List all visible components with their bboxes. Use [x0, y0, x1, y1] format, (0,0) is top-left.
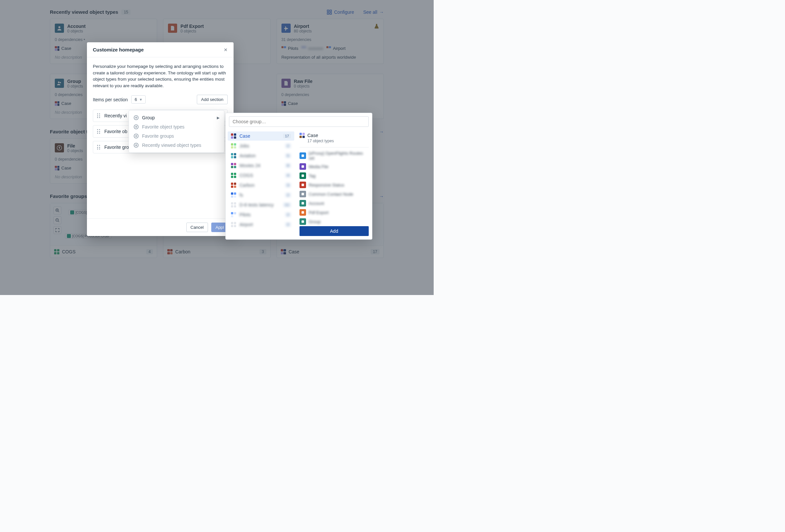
group-list-item[interactable]: Jobs2: [228, 141, 294, 151]
section-row-label: Recently vi: [104, 113, 127, 118]
svg-rect-24: [302, 211, 304, 214]
drag-handle-icon[interactable]: [97, 145, 100, 150]
group-list-item[interactable]: D-8 tests latency11: [228, 200, 294, 209]
items-per-section-select[interactable]: 6 ▾: [131, 96, 146, 104]
group-list-item[interactable]: Carbon3: [228, 181, 294, 190]
menu-item-group[interactable]: Group ▶: [129, 113, 224, 122]
add-section-button[interactable]: Add section: [197, 95, 228, 104]
object-row[interactable]: Account: [300, 198, 369, 208]
object-icon: [300, 191, 306, 197]
object-icon: [300, 153, 306, 159]
cancel-button[interactable]: Cancel: [186, 222, 208, 232]
modal-title: Customize homepage: [93, 47, 144, 52]
plus-circle-icon: [133, 124, 139, 130]
plus-circle-icon: [133, 142, 139, 148]
svg-rect-19: [302, 165, 304, 168]
object-icon: [300, 209, 306, 216]
modal-description: Personalize your homepage by selecting a…: [93, 63, 228, 89]
object-row[interactable]: Group: [300, 217, 369, 226]
object-row[interactable]: Common Contact Node: [300, 189, 369, 198]
group-list-item[interactable]: Movies 248: [228, 161, 294, 170]
selected-group-name: Case: [307, 133, 318, 138]
svg-rect-18: [302, 154, 304, 157]
squares-icon: [231, 212, 236, 217]
object-icon: [300, 182, 306, 188]
squares-icon: [231, 133, 236, 139]
drag-handle-icon[interactable]: [97, 129, 100, 134]
add-group-button[interactable]: Add: [300, 226, 369, 236]
group-list-item[interactable]: fs2: [228, 190, 294, 200]
squares-icon: [231, 192, 236, 198]
menu-item-recently-viewed[interactable]: Recently viewed object types: [129, 141, 224, 150]
section-row-label: Favorite ob: [104, 129, 127, 134]
menu-item-favorite-types[interactable]: Favorite object types: [129, 122, 224, 131]
object-row[interactable]: Media File: [300, 162, 369, 171]
group-list-item[interactable]: COGS4: [228, 171, 294, 180]
group-list-item[interactable]: Case17: [228, 131, 294, 141]
plus-circle-icon: [133, 133, 139, 139]
squares-icon: [231, 222, 236, 227]
chevron-right-icon: ▶: [217, 116, 220, 120]
squares-icon: [231, 183, 236, 188]
object-row[interactable]: Responsive Status: [300, 180, 369, 189]
group-list: Case17Jobs2Aviation5Movies 248COGS4Carbo…: [226, 130, 296, 239]
selected-group-sub: 17 object types: [307, 139, 369, 143]
svg-rect-20: [302, 175, 304, 177]
object-icon: [300, 200, 306, 207]
selected-group-header: Case: [300, 133, 369, 138]
items-per-section-label: Items per section: [93, 97, 128, 102]
object-icon: [300, 172, 306, 179]
chevron-down-icon: ▾: [140, 97, 142, 102]
object-icon: [300, 218, 306, 225]
drag-handle-icon[interactable]: [97, 113, 100, 118]
squares-icon: [231, 163, 236, 168]
object-icon: [300, 163, 306, 170]
svg-rect-22: [302, 193, 304, 195]
group-search-input[interactable]: [229, 116, 369, 127]
svg-rect-23: [302, 202, 304, 205]
divider: [300, 147, 369, 148]
squares-icon: [231, 153, 236, 158]
svg-rect-21: [302, 184, 304, 186]
squares-icon: [231, 143, 236, 149]
group-list-item[interactable]: Pilots2: [228, 210, 294, 219]
svg-rect-25: [302, 220, 304, 223]
plus-circle-icon: [133, 115, 139, 120]
squares-icon: [231, 202, 236, 208]
squares-icon: [231, 173, 236, 178]
group-object-list: [xProxy] OpenFlights Routes setMedia Fil…: [300, 150, 369, 226]
group-picker-popover: Case17Jobs2Aviation5Movies 248COGS4Carbo…: [225, 113, 372, 240]
group-list-item[interactable]: Airport2: [228, 220, 294, 229]
squares-icon: [300, 133, 305, 138]
object-row[interactable]: [xProxy] OpenFlights Routes set: [300, 150, 369, 162]
object-row[interactable]: Pdf Export: [300, 208, 369, 217]
group-list-item[interactable]: Aviation5: [228, 151, 294, 160]
close-button[interactable]: ✕: [224, 47, 228, 52]
add-section-menu: Group ▶ Favorite object types Favorite g…: [129, 110, 224, 153]
menu-item-favorite-groups[interactable]: Favorite groups: [129, 131, 224, 141]
object-row[interactable]: Tag: [300, 171, 369, 180]
